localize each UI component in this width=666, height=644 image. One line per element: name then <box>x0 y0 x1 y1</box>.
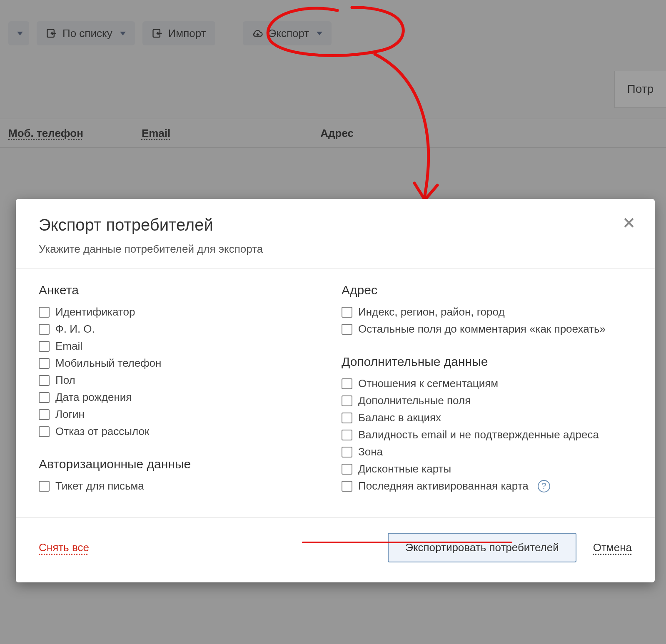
checkbox-icon <box>39 307 50 318</box>
checkbox-icon <box>342 395 352 406</box>
checkbox-icon <box>39 481 50 492</box>
export-modal: Экспорт потребителей Укажите данные потр… <box>16 199 655 582</box>
checkbox-icon <box>342 324 352 335</box>
clear-all-link[interactable]: Снять все <box>39 541 89 554</box>
section-anketa-title: Анкета <box>39 283 329 297</box>
checkbox-icon <box>342 430 352 440</box>
checkbox-icon <box>39 324 50 335</box>
modal-footer: Снять все Экспортировать потребителей От… <box>16 517 655 582</box>
chk-discount-cards[interactable]: Дисконтные карты <box>342 462 632 475</box>
chk-optout[interactable]: Отказ от рассылок <box>39 425 329 438</box>
chk-address-index[interactable]: Индекс, регион, район, город <box>342 306 632 318</box>
chk-address-rest[interactable]: Остальные поля до комментария «как проех… <box>342 323 632 336</box>
chk-zone[interactable]: Зона <box>342 445 632 458</box>
modal-body: Анкета Идентификатор Ф. И. О. Email Моби… <box>16 269 655 517</box>
checkbox-icon <box>342 481 352 492</box>
checkbox-icon <box>39 409 50 420</box>
chk-identifier[interactable]: Идентификатор <box>39 306 329 318</box>
chk-mobile[interactable]: Мобильный телефон <box>39 357 329 370</box>
chk-balance[interactable]: Баланс в акциях <box>342 411 632 424</box>
export-submit-button[interactable]: Экспортировать потребителей <box>388 533 576 562</box>
help-icon[interactable]: ? <box>538 480 550 492</box>
checkbox-icon <box>39 375 50 386</box>
chk-gender[interactable]: Пол <box>39 374 329 387</box>
section-auth-title: Авторизационные данные <box>39 457 329 471</box>
checkbox-icon <box>39 341 50 352</box>
chk-login[interactable]: Логин <box>39 408 329 421</box>
chk-mail-ticket[interactable]: Тикет для письма <box>39 480 329 492</box>
chk-fio[interactable]: Ф. И. О. <box>39 323 329 336</box>
modal-header: Экспорт потребителей Укажите данные потр… <box>16 199 655 269</box>
chk-extra-fields[interactable]: Дополнительные поля <box>342 394 632 407</box>
checkbox-icon <box>342 378 352 389</box>
chk-email[interactable]: Email <box>39 340 329 353</box>
modal-title: Экспорт потребителей <box>39 216 632 234</box>
chk-last-activated-card[interactable]: Последняя активированная карта ? <box>342 480 632 492</box>
cancel-link[interactable]: Отмена <box>593 541 632 554</box>
section-address-title: Адрес <box>342 283 632 297</box>
checkbox-icon <box>39 358 50 369</box>
chk-segments[interactable]: Отношения к сегментациям <box>342 377 632 390</box>
checkbox-icon <box>342 307 352 318</box>
checkbox-icon <box>342 413 352 423</box>
chk-email-validity[interactable]: Валидность email и не подтвержденные адр… <box>342 428 632 441</box>
checkbox-icon <box>342 447 352 458</box>
modal-subtitle: Укажите данные потребителей для экспорта <box>39 243 632 256</box>
checkbox-icon <box>39 392 50 403</box>
chk-birthdate[interactable]: Дата рождения <box>39 391 329 404</box>
modal-col-left: Анкета Идентификатор Ф. И. О. Email Моби… <box>39 283 329 497</box>
section-extra-title: Дополнительные данные <box>342 355 632 369</box>
checkbox-icon <box>342 464 352 475</box>
close-button[interactable] <box>622 216 636 230</box>
close-icon <box>622 216 636 230</box>
checkbox-icon <box>39 426 50 437</box>
modal-col-right: Адрес Индекс, регион, район, город Остал… <box>342 283 632 497</box>
